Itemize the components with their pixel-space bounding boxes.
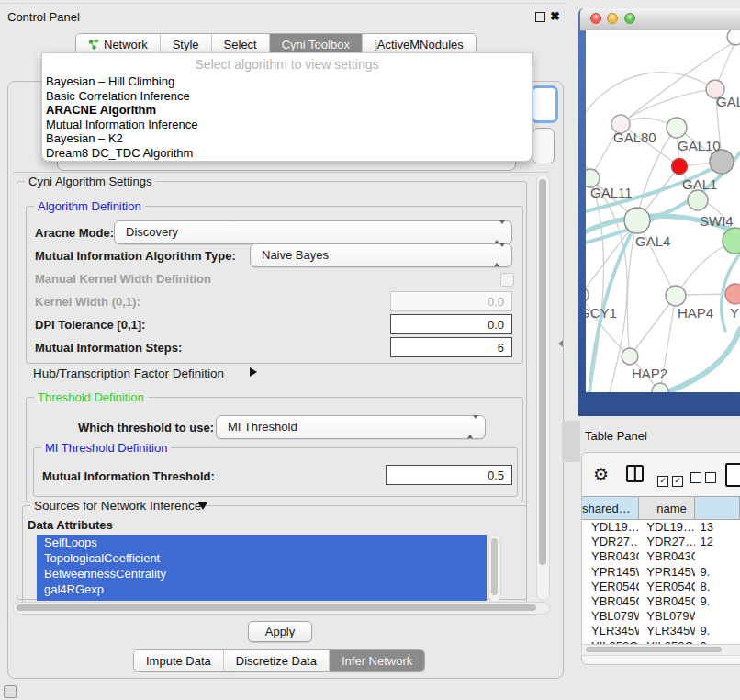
which-threshold-value: MI Threshold [228,420,297,434]
table-row[interactable]: YLR345WYLR345W9. [582,624,740,638]
mi-threshold-field[interactable]: 0.5 [386,465,512,485]
table-row[interactable]: YER054CYER054C8. [582,580,740,594]
table-body[interactable]: YDL19…YDL19…13YDR27…YDR27…12YBR043CYBR04… [582,520,740,644]
select-all-checkboxes-icon[interactable]: ✓✓ [657,470,683,487]
mi-steps-label: Mutual Information Steps: [35,341,182,355]
tab-jactivemnodules[interactable]: jActiveMNodules [362,34,476,54]
network-canvas[interactable]: GALGAL80GAL10GAL1GAL11GAL4SWI4GCY1HAP4YH… [586,30,740,392]
attribute-item-gal4rgexp[interactable]: gal4RGexp [37,581,487,597]
zoom-traffic-light-icon[interactable] [624,13,635,24]
table-row[interactable]: YBR043CYBR043C [582,549,740,564]
dpi-tolerance-field[interactable]: 0.0 [390,314,512,334]
tab-label: Infer Network [342,654,412,668]
column-header-shared[interactable]: shared… [582,496,639,520]
column-layout-icon[interactable] [626,465,644,482]
hidden-combo-focus-fragment [531,85,558,123]
table-row[interactable]: YBR045CYBR045C9. [582,594,740,609]
network-window-titlebar[interactable] [580,8,740,31]
attributes-list-scrollbar[interactable] [488,535,501,603]
network-node-red[interactable] [672,159,688,175]
network-node-hap4[interactable] [666,286,686,306]
tab-select[interactable]: Select [211,34,269,54]
hub-expand-arrow-icon[interactable] [250,367,257,377]
float-panel-icon[interactable] [535,12,545,22]
apply-button[interactable]: Apply [248,621,312,642]
network-node-hap2[interactable] [622,348,638,365]
data-attributes-list[interactable]: SelfLoopsTopologicalCoefficientBetweenne… [37,535,487,601]
node-label-gal10: GAL10 [678,138,721,153]
kernel-width-field[interactable]: 0.0 [390,291,512,311]
tab-cyni-toolbox[interactable]: Cyni Toolbox [269,34,362,54]
mi-type-select[interactable]: Naive Bayes [250,243,512,267]
close-traffic-light-icon[interactable] [590,13,601,24]
network-node-gal4[interactable] [624,208,650,233]
column-header-name[interactable]: name [639,496,695,520]
manual-kernel-checkbox[interactable] [500,273,514,287]
table-cell: 12 [695,535,740,549]
settings-horizontal-scrollbar[interactable] [13,602,550,615]
threshold-definition-title: Threshold Definition [34,390,148,404]
tab-label: jActiveMNodules [375,38,464,51]
tab-network[interactable]: Network [76,34,160,54]
sources-collapse-arrow-icon[interactable] [198,502,207,510]
algorithm-option-bayesian-k2[interactable]: Bayesian – K2 [42,131,532,146]
stepper-icon [494,224,505,241]
algorithm-option-aracne-algorithm[interactable]: ARACNE Algorithm [42,103,532,118]
new-table-page-icon[interactable] [725,463,740,487]
minimize-traffic-light-icon[interactable] [607,13,618,24]
algorithm-option-mutual-information-inference[interactable]: Mutual Information Inference [42,118,532,132]
tab-label: Cyni Toolbox [282,38,350,51]
network-icon [88,39,99,50]
column-header-col2[interactable] [695,496,740,520]
tab-infer-network[interactable]: Infer Network [329,650,424,671]
table-cell: YBR043C [582,549,639,564]
algorithm-option-dream8-dc-tdc-algorithm[interactable]: Dream8 DC_TDC Algorithm [42,146,532,161]
close-panel-icon[interactable]: ✖ [550,11,560,22]
which-threshold-label: Which threshold to use: [78,421,214,435]
sources-title: Sources for Network Inference [30,499,205,513]
table-cell: 9. [695,594,740,609]
network-node-gal1[interactable] [688,190,708,210]
splitter-handle[interactable] [562,421,580,462]
table-row[interactable]: YBL079WYBL079W [582,609,740,624]
hub-definition-label[interactable]: Hub/Transcription Factor Definition [33,367,224,380]
which-threshold-select[interactable]: MI Threshold [216,415,486,439]
screen: Control Panel ✖ NetworkStyleSelectCyni T… [0,0,740,700]
tab-label: Network [104,38,148,51]
splitter-collapse-arrow-icon[interactable] [558,340,563,347]
table-header-row[interactable]: shared…name [582,496,740,520]
settings-vertical-scrollbar[interactable] [536,175,550,601]
table-row[interactable]: YDL19…YDL19…13 [582,520,740,535]
table-settings-gear-icon[interactable]: ⚙ [593,466,609,484]
table-cell: YBR045C [639,594,695,609]
network-node-top-partial[interactable] [727,30,740,45]
collapsed-panel-icon[interactable] [4,685,17,698]
table-cell: YPR145W [639,565,695,580]
tab-impute-data[interactable]: Impute Data [134,650,223,671]
node-label-hap4: HAP4 [678,305,713,321]
table-panel-title: Table Panel [585,429,647,443]
table-cell: YPR145W [582,565,639,580]
control-panel-title: Control Panel [7,10,80,24]
tab-discretize-data[interactable]: Discretize Data [223,650,329,671]
mi-steps-field[interactable]: 6 [390,337,512,357]
network-node-salmon[interactable] [725,284,740,304]
node-label-gal11: GAL11 [590,185,633,200]
algorithm-option-bayesian-hill-climbing[interactable]: Bayesian – Hill Climbing [42,74,532,89]
algorithm-option-basic-correlation-inference[interactable]: Basic Correlation Inference [42,89,532,104]
attribute-item-betweennesscentrality[interactable]: BetweennessCentrality [37,566,487,581]
node-label-gcy1: GCY1 [586,305,617,321]
attribute-item-topologicalcoefficient[interactable]: TopologicalCoefficient [37,550,487,566]
deselect-all-checkboxes-icon[interactable] [690,470,716,487]
network-node-gal10[interactable] [667,118,687,138]
data-attributes-label: Data Attributes [28,518,113,532]
table-cell: YBR045C [582,594,639,609]
tab-style[interactable]: Style [160,34,211,54]
table-horizontal-scrollbar[interactable] [581,644,740,656]
aracne-mode-select[interactable]: Discovery [114,220,512,244]
table-row[interactable]: YPR145WYPR145W9. [582,565,740,580]
table-row[interactable]: YDR27…YDR27…12 [582,535,740,549]
node-label-y: Y [730,305,739,321]
attribute-item-selfloops[interactable]: SelfLoops [37,535,487,550]
table-cell: YLR345W [582,624,639,638]
